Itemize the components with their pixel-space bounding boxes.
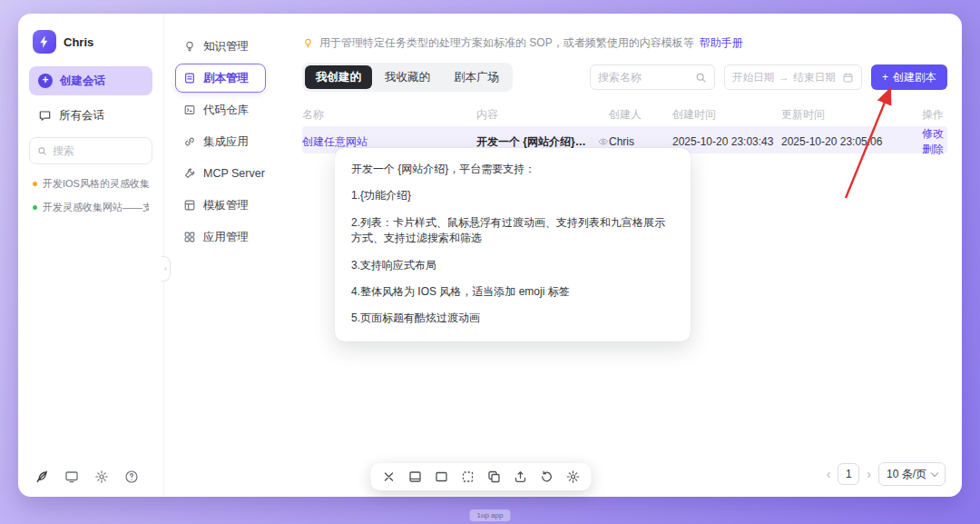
calendar-icon	[842, 72, 854, 84]
updated-at-cell: 2025-10-20 23:05:06	[781, 135, 890, 148]
footer-badge: 1up app	[470, 509, 511, 521]
menu-item-templates[interactable]: 模板管理	[175, 191, 266, 220]
scripts-table: 名称 内容 创建人 创建时间 更新时间 操作 创建任意网站 开发一个 {网站介绍…	[302, 103, 947, 153]
bulb-icon	[183, 40, 196, 53]
start-date-placeholder[interactable]: 开始日期	[732, 71, 774, 84]
page-size-value: 10 条/页	[887, 467, 926, 482]
created-at-cell: 2025-10-20 23:03:43	[672, 135, 781, 148]
menu-item-label: 集成应用	[203, 134, 249, 150]
new-chat-label: 创建会话	[60, 74, 105, 89]
pagination: ‹ 1 › 10 条/页	[827, 462, 946, 486]
list-item[interactable]: 开发灵感收集网站——支持...	[33, 201, 149, 214]
name-search-input[interactable]	[598, 71, 690, 84]
tab-script-plaza[interactable]: 剧本广场	[443, 65, 510, 89]
app-window: Chris + 创建会话 所有会话 开发IOS风格的灵感收集网... 开发灵感收…	[18, 14, 962, 497]
col-header-creator: 创建人	[609, 107, 672, 123]
script-content-cell: 开发一个 {网站介绍}，平台...	[476, 134, 609, 150]
app-logo-icon	[33, 30, 56, 54]
sidebar-footer	[29, 470, 152, 484]
conversation-list: 开发IOS风格的灵感收集网... 开发灵感收集网站——支持...	[29, 177, 152, 214]
menu-item-mcp-server[interactable]: MCP Server	[175, 159, 266, 188]
link-icon	[183, 135, 196, 148]
page-size-select[interactable]: 10 条/页	[878, 462, 946, 486]
controls-row: 我创建的 我收藏的 剧本广场 开始日期 → 结束日期 + 创建剧本	[302, 63, 947, 92]
prev-page-button[interactable]: ‹	[827, 467, 831, 481]
page-number[interactable]: 1	[838, 463, 859, 485]
apps-grid-icon	[183, 231, 196, 243]
close-icon[interactable]	[381, 470, 396, 484]
sidebar-collapse-handle[interactable]: ‹	[162, 256, 171, 282]
tab-my-created[interactable]: 我创建的	[305, 65, 372, 89]
menu-item-label: 模板管理	[203, 198, 249, 213]
tip-bulb-icon	[302, 37, 314, 49]
menu-item-integrations[interactable]: 集成应用	[175, 127, 266, 156]
tab-group: 我创建的 我收藏的 剧本广场	[302, 63, 513, 92]
list-item[interactable]: 开发IOS风格的灵感收集网...	[33, 177, 149, 191]
name-search-field[interactable]	[590, 64, 715, 90]
menu-item-apps[interactable]: 应用管理	[175, 222, 266, 252]
tooltip-line: 3.支持响应式布局	[351, 258, 674, 273]
menu-item-scripts[interactable]: 剧本管理	[175, 64, 266, 93]
wrench-icon	[183, 167, 196, 180]
rectangle-icon[interactable]	[434, 470, 448, 484]
conversation-label: 开发IOS风格的灵感收集网...	[43, 177, 149, 191]
col-header-actions: 操作	[890, 107, 947, 123]
copy-icon[interactable]	[486, 470, 501, 484]
plus-icon: +	[38, 74, 53, 88]
col-header-name: 名称	[302, 107, 476, 123]
create-script-button[interactable]: + 创建剧本	[871, 64, 947, 90]
main-content: 用于管理特定任务类型的处理方案如标准的 SOP，或者频繁使用的内容模板等 帮助手…	[277, 14, 962, 497]
new-chat-button[interactable]: + 创建会话	[29, 66, 152, 95]
content-preview-tooltip: 开发一个 {网站介绍}，平台需要支持： 1.{功能介绍} 2.列表：卡片样式、鼠…	[335, 148, 691, 341]
sidebar-search-input[interactable]	[53, 144, 144, 157]
screenshot-toolbar	[370, 463, 591, 490]
table-header-row: 名称 内容 创建人 创建时间 更新时间 操作	[302, 103, 947, 126]
tooltip-line: 5.页面标题有酷炫过渡动画	[351, 311, 674, 326]
eye-icon[interactable]	[598, 135, 609, 148]
monitor-icon[interactable]	[64, 470, 79, 484]
end-date-placeholder[interactable]: 结束日期	[793, 71, 835, 84]
menu-item-knowledge[interactable]: 知识管理	[175, 32, 266, 61]
tab-my-favorites[interactable]: 我收藏的	[374, 65, 441, 89]
script-icon	[183, 72, 196, 84]
content-preview: 开发一个 {网站介绍}，平台...	[476, 134, 593, 150]
code-icon	[183, 104, 196, 116]
menu-item-label: 代码仓库	[203, 103, 249, 118]
col-header-content: 内容	[476, 107, 609, 123]
sidebar-search[interactable]	[29, 137, 152, 164]
sidebar: Chris + 创建会话 所有会话 开发IOS风格的灵感收集网... 开发灵感收…	[18, 14, 163, 497]
tooltip-line: 2.列表：卡片样式、鼠标悬浮有过渡动画、支持列表和九宫格展示方式、支持过滤搜索和…	[351, 215, 674, 247]
col-header-created: 创建时间	[672, 107, 781, 123]
menu-item-label: MCP Server	[203, 167, 265, 180]
all-chats-label: 所有会话	[59, 108, 104, 124]
window-icon[interactable]	[407, 470, 422, 484]
edit-link[interactable]: 修改	[922, 127, 944, 140]
row-actions: 修改 删除	[890, 126, 947, 157]
history-icon[interactable]	[539, 470, 554, 484]
menu-item-code-repo[interactable]: 代码仓库	[175, 95, 266, 124]
module-menu: 知识管理 剧本管理 代码仓库 集成应用 MCP Server 模板管理 应用管理	[163, 14, 277, 497]
description-text: 用于管理特定任务类型的处理方案如标准的 SOP，或者频繁使用的内容模板等	[319, 35, 694, 51]
script-name-link[interactable]: 创建任意网站	[302, 134, 476, 150]
gear-icon[interactable]	[94, 470, 109, 484]
create-script-label: 创建剧本	[893, 70, 936, 85]
export-icon[interactable]	[513, 470, 527, 484]
delete-link[interactable]: 删除	[922, 143, 944, 155]
next-page-button[interactable]: ›	[867, 467, 871, 481]
chevron-down-icon	[931, 469, 938, 476]
tooltip-line: 开发一个 {网站介绍}，平台需要支持：	[351, 162, 674, 177]
plus-icon: +	[882, 71, 888, 84]
template-icon	[183, 199, 196, 212]
tooltip-line: 1.{功能介绍}	[351, 188, 674, 203]
date-range-picker[interactable]: 开始日期 → 结束日期	[724, 64, 862, 90]
help-icon[interactable]	[124, 470, 139, 484]
settings-icon[interactable]	[565, 470, 580, 484]
help-manual-link[interactable]: 帮助手册	[700, 35, 743, 51]
search-icon	[695, 72, 707, 84]
col-header-updated: 更新时间	[781, 107, 890, 123]
selection-icon[interactable]	[460, 470, 475, 484]
all-chats-item[interactable]: 所有会话	[29, 101, 152, 130]
filter-controls: 开始日期 → 结束日期 + 创建剧本	[590, 64, 947, 90]
range-arrow: →	[779, 72, 789, 83]
feather-icon[interactable]	[34, 470, 49, 484]
